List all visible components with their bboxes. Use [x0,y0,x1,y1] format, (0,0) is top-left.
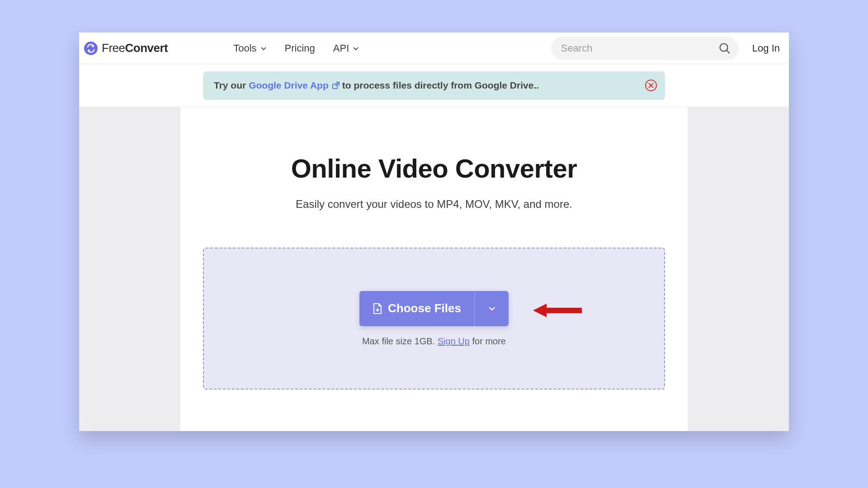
page-title: Online Video Converter [203,153,665,183]
right-ad-rail [688,107,789,431]
google-drive-app-link[interactable]: Google Drive App [249,80,340,91]
chevron-down-icon [353,45,359,52]
main-nav: Tools Pricing API [233,42,359,54]
main-content: Online Video Converter Easily convert yo… [180,107,688,431]
nav-api[interactable]: API [333,42,359,54]
brand-logo[interactable]: FreeConvert [84,41,168,56]
nav-pricing-label: Pricing [285,42,315,54]
svg-point-3 [720,43,727,51]
login-link[interactable]: Log In [752,42,780,54]
logo-icon [84,41,98,56]
file-drop-zone[interactable]: Choose Files Max file size 1GB. Sign Up … [203,248,665,389]
svg-line-4 [726,50,730,53]
hint-suffix: for more [470,336,506,346]
body: Online Video Converter Easily convert yo… [79,107,789,431]
choose-files-button[interactable]: Choose Files [359,291,474,326]
nav-tools-label: Tools [233,42,256,54]
chevron-down-icon [487,304,496,313]
file-size-hint: Max file size 1GB. Sign Up for more [362,336,506,347]
brand-name: FreeConvert [102,41,168,55]
subheader: Try our Google Drive App to process file… [79,64,789,107]
svg-point-0 [84,42,98,55]
choose-files-group: Choose Files [359,291,509,326]
header: FreeConvert Tools Pricing API Log In [79,33,789,64]
close-icon [648,83,654,88]
svg-marker-10 [533,304,582,317]
chevron-down-icon [260,45,267,52]
nav-api-label: API [333,42,349,54]
banner-suffix: to process files directly from Google Dr… [342,80,539,91]
sign-up-link[interactable]: Sign Up [438,336,470,346]
banner-prefix: Try our [214,80,246,91]
choose-files-dropdown[interactable] [474,291,509,326]
app-window: FreeConvert Tools Pricing API Log In [79,33,789,431]
hint-prefix: Max file size 1GB. [362,336,438,346]
nav-pricing[interactable]: Pricing [285,42,315,54]
search-input[interactable] [561,42,719,54]
banner-link-label: Google Drive App [249,80,329,91]
annotation-arrow-icon [533,302,582,319]
choose-files-label: Choose Files [388,301,461,315]
file-add-icon [373,303,382,314]
external-link-icon [331,81,340,90]
promo-banner: Try our Google Drive App to process file… [203,71,665,100]
page-subtitle: Easily convert your videos to MP4, MOV, … [203,198,665,211]
search-box[interactable] [551,37,739,60]
nav-tools[interactable]: Tools [233,42,266,54]
banner-close-button[interactable] [645,80,657,91]
hero: Online Video Converter Easily convert yo… [203,153,665,211]
search-icon [719,42,731,54]
left-ad-rail [79,107,180,431]
